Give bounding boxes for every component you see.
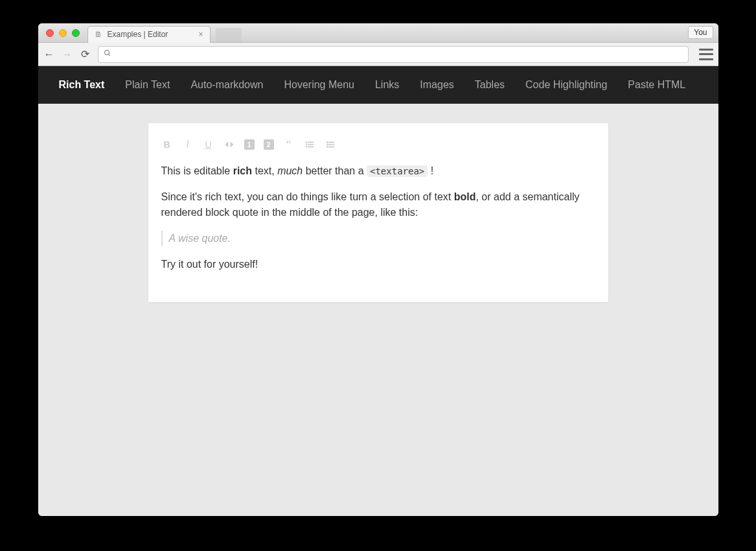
code-text: <textarea> (367, 165, 428, 177)
svg-rect-4 (306, 144, 307, 145)
svg-rect-2 (306, 141, 307, 143)
reload-button[interactable]: ⟳ (80, 48, 91, 60)
content-area: B I U 1 2 “ (38, 104, 718, 322)
close-tab-icon[interactable]: × (198, 30, 203, 39)
text: ! (428, 165, 433, 176)
blockquote[interactable]: A wise quote. (161, 231, 595, 246)
paragraph[interactable]: Try it out for yourself! (161, 257, 595, 272)
heading-one-button[interactable]: 1 (244, 139, 255, 150)
new-tab-button[interactable] (216, 28, 242, 42)
svg-rect-5 (308, 144, 313, 145)
browser-toolbar: ← → ⟳ (38, 43, 718, 66)
svg-rect-3 (308, 142, 313, 143)
forward-button[interactable]: → (62, 49, 73, 60)
blockquote-button[interactable]: “ (283, 139, 295, 150)
nav-code-highlighting[interactable]: Code Highlighting (525, 79, 607, 91)
browser-tab[interactable]: 🗎 Examples | Editor × (87, 26, 211, 43)
svg-rect-9 (328, 142, 334, 143)
minimize-window-button[interactable] (59, 29, 67, 37)
titlebar: 🗎 Examples | Editor × You (38, 23, 718, 43)
quote-text: A wise quote. (169, 233, 231, 244)
bulleted-list-button[interactable] (325, 139, 336, 150)
italic-text: much (277, 165, 303, 176)
text: text, (252, 165, 277, 176)
paragraph[interactable]: Since it's rich text, you can do things … (161, 189, 595, 220)
bold-button[interactable]: B (161, 139, 173, 150)
editor-toolbar: B I U 1 2 “ (161, 136, 595, 163)
paragraph[interactable]: This is editable rich text, much better … (161, 163, 595, 179)
bold-text: bold (454, 191, 476, 202)
tab-title: Examples | Editor (108, 30, 168, 39)
browser-window: 🗎 Examples | Editor × You ← → ⟳ Rich Tex… (38, 23, 718, 516)
nav-auto-markdown[interactable]: Auto-markdown (190, 79, 263, 91)
bold-text: rich (233, 165, 252, 176)
text: Try it out for yourself! (161, 259, 258, 270)
window-controls (46, 29, 80, 37)
nav-links[interactable]: Links (375, 79, 399, 91)
underline-button[interactable]: U (203, 139, 214, 150)
svg-rect-6 (306, 146, 307, 147)
app-nav: Rich Text Plain Text Auto-markdown Hover… (38, 66, 718, 104)
nav-paste-html[interactable]: Paste HTML (628, 79, 685, 91)
address-bar[interactable] (98, 46, 689, 63)
nav-plain-text[interactable]: Plain Text (125, 79, 170, 91)
menu-icon[interactable] (699, 49, 713, 60)
page-icon: 🗎 (95, 30, 102, 39)
heading-two-button[interactable]: 2 (264, 139, 274, 150)
svg-rect-11 (328, 144, 334, 145)
viewport: Rich Text Plain Text Auto-markdown Hover… (38, 66, 718, 516)
nav-hovering-menu[interactable]: Hovering Menu (284, 79, 354, 91)
back-button[interactable]: ← (43, 49, 55, 60)
text: This is editable (161, 165, 233, 176)
svg-line-1 (108, 54, 110, 56)
editor-card: B I U 1 2 “ (148, 123, 608, 302)
search-icon (104, 49, 111, 59)
svg-rect-13 (328, 147, 334, 147)
nav-images[interactable]: Images (420, 79, 453, 91)
svg-rect-7 (308, 147, 313, 147)
nav-rich-text[interactable]: Rich Text (59, 79, 105, 91)
nav-tables[interactable]: Tables (475, 79, 505, 91)
code-button[interactable] (223, 139, 235, 150)
editor-body[interactable]: This is editable rich text, much better … (161, 163, 595, 272)
italic-button[interactable]: I (182, 139, 194, 150)
maximize-window-button[interactable] (72, 29, 80, 37)
profile-badge[interactable]: You (688, 26, 713, 39)
text: Since it's rich text, you can do things … (161, 191, 454, 202)
text: better than a (303, 165, 367, 176)
svg-point-10 (326, 144, 328, 145)
svg-point-0 (104, 51, 109, 55)
close-window-button[interactable] (46, 29, 54, 37)
svg-point-12 (326, 146, 328, 147)
svg-point-8 (326, 141, 328, 143)
numbered-list-button[interactable] (304, 139, 315, 150)
